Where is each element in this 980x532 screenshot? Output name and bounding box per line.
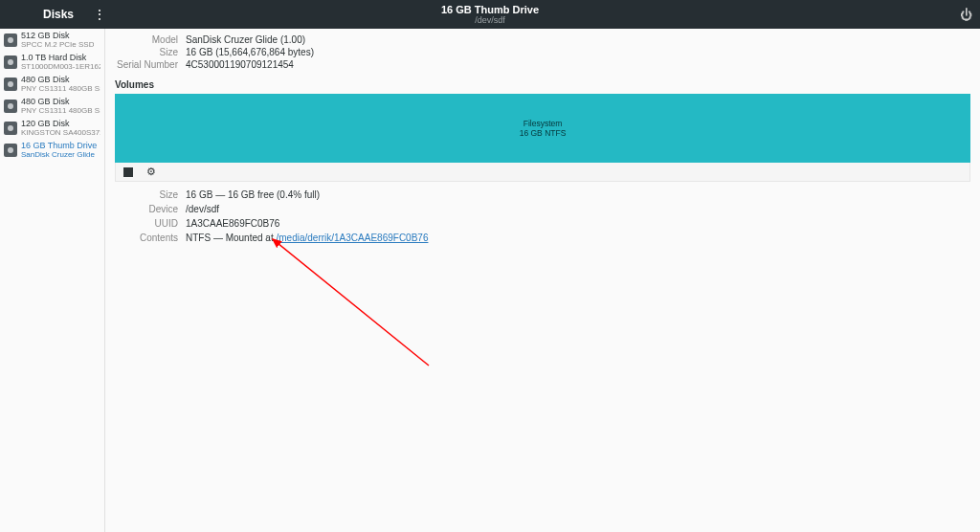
main-content: Model SanDisk Cruzer Glide (1.00) Size 1… bbox=[105, 29, 980, 532]
header-drive-title: 16 GB Thumb Drive bbox=[441, 4, 539, 15]
volume-fs-label: Filesystem bbox=[523, 119, 563, 128]
sidebar-item-sub: PNY CS1311 480GB SSD bbox=[21, 106, 100, 115]
serial-value: 4C530001190709121454 bbox=[186, 59, 294, 70]
vol-uuid-label: UUID bbox=[115, 218, 178, 229]
disk-icon bbox=[4, 33, 17, 47]
size-value: 16 GB (15,664,676,864 bytes) bbox=[186, 47, 314, 57]
vol-uuid-value: 1A3CAAE869FC0B76 bbox=[186, 218, 279, 229]
sidebar-item-disk[interactable]: 1.0 TB Hard DiskST1000DM003-1ER162 bbox=[0, 51, 104, 73]
sidebar-item-disk[interactable]: 120 GB DiskKINGSTON SA400S37120G bbox=[0, 117, 104, 139]
vol-size-label: Size bbox=[115, 189, 178, 200]
disk-icon bbox=[4, 78, 17, 91]
disk-icon bbox=[4, 144, 17, 157]
sidebar-item-sub: PNY CS1311 480GB SSD bbox=[21, 84, 100, 93]
volumes-heading: Volumes bbox=[115, 79, 970, 90]
model-value: SanDisk Cruzer Glide (1.00) bbox=[186, 34, 305, 45]
sidebar-item-disk[interactable]: 480 GB DiskPNY CS1311 480GB SSD bbox=[0, 95, 104, 117]
volume-toolbar: ⚙ bbox=[115, 163, 970, 182]
sidebar-item-disk[interactable]: 480 GB DiskPNY CS1311 480GB SSD bbox=[0, 73, 104, 95]
vol-device-value: /dev/sdf bbox=[186, 204, 219, 214]
vol-device-label: Device bbox=[115, 204, 178, 214]
sidebar-item-sub: SPCC M.2 PCIe SSD bbox=[21, 40, 94, 49]
sidebar-item-disk[interactable]: 16 GB Thumb DriveSanDisk Cruzer Glide bbox=[0, 139, 104, 161]
vol-size-value: 16 GB — 16 GB free (0.4% full) bbox=[186, 189, 320, 200]
volume-settings-icon[interactable]: ⚙ bbox=[146, 166, 156, 177]
volume-size-label: 16 GB NTFS bbox=[520, 128, 567, 138]
menu-icon[interactable]: ⋮ bbox=[93, 7, 106, 22]
disk-icon bbox=[4, 55, 17, 69]
disk-icon bbox=[4, 122, 17, 135]
sidebar-item-title: 480 GB Disk bbox=[21, 97, 100, 106]
sidebar-item-sub: KINGSTON SA400S37120G bbox=[21, 128, 100, 137]
header-bar: Disks ⋮ 16 GB Thumb Drive /dev/sdf ⏻ bbox=[0, 0, 980, 29]
header-drive-info: 16 GB Thumb Drive /dev/sdf bbox=[441, 4, 539, 25]
volume-partition[interactable]: Filesystem 16 GB NTFS bbox=[115, 94, 970, 163]
disk-icon bbox=[4, 100, 17, 113]
sidebar-item-sub: ST1000DM003-1ER162 bbox=[21, 62, 100, 71]
vol-contents-value: NTFS — Mounted at /media/derrik/1A3CAAE8… bbox=[186, 233, 428, 243]
sidebar-item-title: 120 GB Disk bbox=[21, 119, 100, 128]
sidebar-item-title: 1.0 TB Hard Disk bbox=[21, 53, 100, 62]
sidebar-item-disk[interactable]: 512 GB DiskSPCC M.2 PCIe SSD bbox=[0, 29, 104, 51]
power-icon[interactable]: ⏻ bbox=[960, 8, 972, 22]
sidebar-item-sub: SanDisk Cruzer Glide bbox=[21, 150, 97, 159]
vol-contents-prefix: NTFS — Mounted at bbox=[186, 233, 276, 243]
mount-path-link[interactable]: /media/derrik/1A3CAAE869FC0B76 bbox=[276, 233, 428, 243]
sidebar-item-title: 16 GB Thumb Drive bbox=[21, 141, 97, 150]
sidebar-item-title: 480 GB Disk bbox=[21, 75, 100, 84]
unmount-icon[interactable] bbox=[123, 167, 133, 177]
model-label: Model bbox=[115, 34, 178, 45]
sidebar: 512 GB DiskSPCC M.2 PCIe SSD1.0 TB Hard … bbox=[0, 29, 105, 532]
app-title: Disks bbox=[43, 8, 74, 21]
size-label: Size bbox=[115, 47, 178, 57]
sidebar-item-title: 512 GB Disk bbox=[21, 31, 94, 40]
header-drive-sub: /dev/sdf bbox=[441, 15, 539, 25]
serial-label: Serial Number bbox=[115, 59, 178, 70]
vol-contents-label: Contents bbox=[115, 233, 178, 243]
